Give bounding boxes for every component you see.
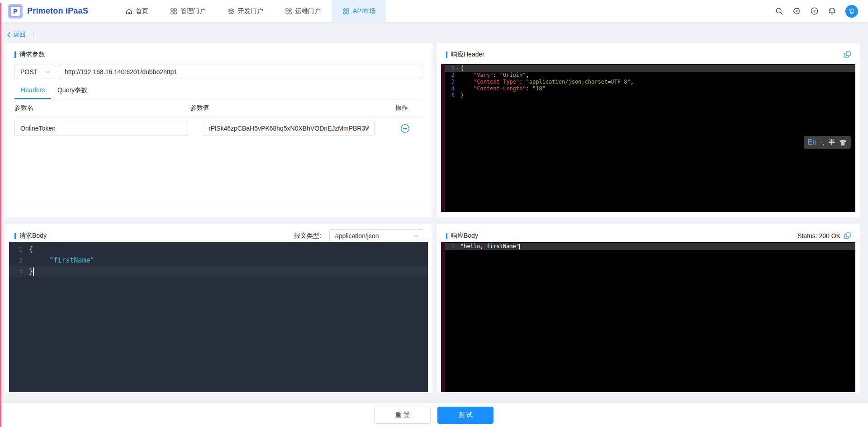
title-accent-bar [446,52,447,58]
nav-item-ops-portal[interactable]: 运维门户 [274,0,332,22]
back-label: 返回 [13,31,26,39]
main-menu: 首页 管理门户 开发门户 运维门户 API市场 [114,0,387,22]
svg-text:?: ? [813,9,816,14]
status-badge: Status: 200 OK [797,232,840,239]
ime-language-indicator: En [808,138,817,146]
notifications-bell-icon[interactable] [828,7,836,15]
nav-item-label: 运维门户 [295,7,321,15]
brand-name: Primeton iPaaS [27,6,88,16]
divider [14,204,423,204]
help-icon[interactable]: ? [810,7,819,15]
test-button[interactable]: 测 试 [437,407,493,424]
panel-title: 响应Header [451,51,484,59]
column-header-name: 参数名 [14,104,190,112]
response-header-editor[interactable]: En ·, 半 1▾{2 "Vary": "Origin",3 "Content… [441,64,855,212]
tab-headers[interactable]: Headers [14,84,51,99]
copy-icon[interactable] [844,51,851,58]
nav-item-label: API市场 [353,7,376,15]
method-select[interactable]: POST [14,65,55,79]
nav-item-api-market[interactable]: API市场 [332,0,387,22]
reset-button[interactable]: 重 置 [375,407,431,424]
code-line: 3} [9,266,428,277]
code-line: 2 "Vary": "Origin", [445,72,855,79]
content-type-value: application/json [335,232,379,239]
column-header-value: 参数值 [190,104,370,112]
param-value-input[interactable] [203,121,375,136]
home-icon [125,8,133,15]
response-header-panel: 响应Header En ·, 半 1▾{2 "Vary": "Origin",3… [437,43,860,217]
column-header-action: 操作 [370,104,423,112]
response-body-editor[interactable]: 1"hello, firstName" [441,242,855,392]
add-row-icon[interactable] [400,124,410,133]
chevron-left-icon [7,32,10,38]
content-type-label: 报文类型: [294,232,321,240]
svg-text:AI: AI [796,9,798,13]
layers-icon [228,8,235,15]
nav-item-admin-portal[interactable]: 管理门户 [159,0,217,22]
params-table: 参数名 参数值 操作 [14,99,423,140]
method-value: POST [20,68,38,75]
logo-letter: P [11,7,20,16]
text-cursor [33,267,34,276]
title-accent-bar [446,233,447,239]
navbar-actions: AI ? 管 [775,0,868,22]
nav-item-home[interactable]: 首页 [114,0,159,22]
code-line: 3 "Content-Type": "application/json;char… [445,79,855,85]
grid-icon [285,8,292,15]
param-name-input[interactable] [14,121,188,136]
top-navbar: P Primeton iPaaS 首页 管理门户 开发门户 运维门户 API市场… [0,0,868,23]
nav-item-dev-portal[interactable]: 开发门户 [217,0,274,22]
request-body-panel: 请求Body 报文类型: application/json 1{2 "first… [5,224,432,393]
copy-icon[interactable] [844,232,851,239]
chevron-down-icon [46,70,50,73]
ai-assistant-icon[interactable]: AI [792,7,801,15]
title-accent-bar [14,233,16,239]
request-params-panel: 请求参数 POST Headers Query参数 参数名 参数值 操作 [5,43,432,217]
chevron-down-icon [414,235,418,237]
nav-item-label: 管理门户 [180,7,206,15]
url-input[interactable] [59,65,423,79]
ime-halfwidth-indicator: 半 [829,138,835,146]
ime-skin-icon [839,139,847,146]
divider [33,32,33,38]
title-accent-bar [14,52,16,58]
request-body-editor[interactable]: 1{2 "firstName"3} [9,242,428,392]
user-avatar[interactable]: 管 [845,5,858,18]
code-line: 2 "firstName" [9,255,428,266]
param-tabs: Headers Query参数 [14,84,423,99]
response-body-panel: 响应Body Status: 200 OK 1"hello, firstName… [437,224,860,393]
ime-punctuation-indicator: ·, [821,139,825,146]
code-line: 1{ [9,244,428,255]
panel-title: 响应Body [451,232,478,240]
grid-diamond-icon [342,8,350,15]
text-cursor [519,244,520,249]
ime-status-bar[interactable]: En ·, 半 [804,136,851,149]
panel-title: 请求参数 [19,51,45,59]
search-icon[interactable] [775,7,783,15]
logo-icon: P [8,4,23,19]
code-line: 1"hello, firstName" [445,243,855,250]
tab-query-params[interactable]: Query参数 [51,84,94,99]
table-row [14,117,423,140]
panel-title: 请求Body [19,232,47,240]
nav-item-label: 首页 [136,7,148,15]
action-bar: 重 置 测 试 [0,403,868,427]
code-line: 5} [445,92,855,99]
table-header-row: 参数名 参数值 操作 [14,99,423,117]
back-button[interactable]: 返回 [7,31,26,39]
grid-icon [170,8,177,15]
breadcrumb: 返回 [0,23,868,41]
screen-edge-accent [0,3,1,427]
code-line: 4 "Content-Length": "18" [445,85,855,92]
code-line: 1▾{ [445,65,855,72]
content-type-select[interactable]: application/json [329,229,423,243]
brand[interactable]: P Primeton iPaaS [0,0,88,22]
nav-item-label: 开发门户 [238,7,263,15]
